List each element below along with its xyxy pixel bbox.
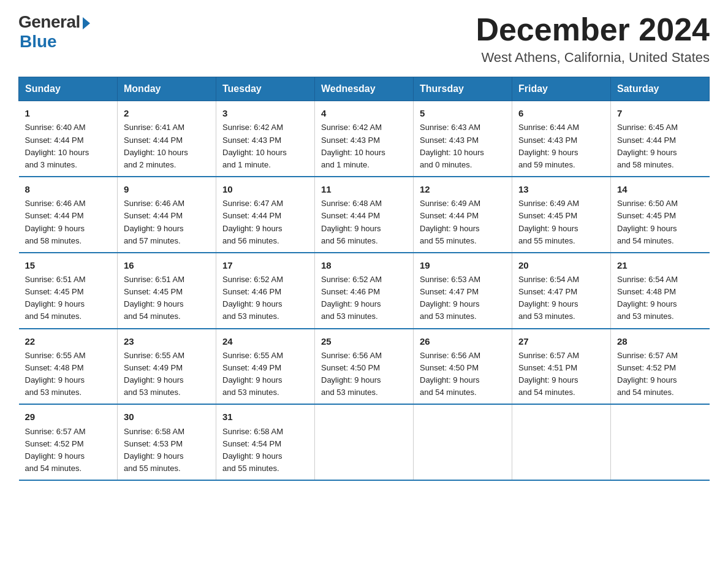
calendar-cell [315,404,414,480]
day-number: 4 [321,106,407,120]
day-info: Sunrise: 6:48 AM Sunset: 4:44 PM Dayligh… [321,197,407,247]
day-number: 23 [124,334,210,348]
calendar-cell: 3Sunrise: 6:42 AM Sunset: 4:43 PM Daylig… [216,101,315,177]
month-title: December 2024 [476,12,710,47]
calendar-table: SundayMondayTuesdayWednesdayThursdayFrid… [18,77,710,481]
day-info: Sunrise: 6:50 AM Sunset: 4:45 PM Dayligh… [617,197,703,247]
day-info: Sunrise: 6:51 AM Sunset: 4:45 PM Dayligh… [124,274,210,323]
day-info: Sunrise: 6:58 AM Sunset: 4:53 PM Dayligh… [124,426,210,475]
day-number: 16 [124,258,210,272]
logo-arrow-icon [83,17,90,29]
day-number: 6 [518,106,604,120]
day-number: 20 [518,258,604,272]
logo-blue-text: Blue [20,32,57,52]
calendar-week-row: 29Sunrise: 6:57 AM Sunset: 4:52 PM Dayli… [19,404,710,480]
calendar-cell: 20Sunrise: 6:54 AM Sunset: 4:47 PM Dayli… [512,253,611,329]
calendar-week-row: 8Sunrise: 6:46 AM Sunset: 4:44 PM Daylig… [19,177,710,253]
calendar-cell: 11Sunrise: 6:48 AM Sunset: 4:44 PM Dayli… [315,177,414,253]
day-number: 19 [420,258,506,272]
calendar-cell: 7Sunrise: 6:45 AM Sunset: 4:44 PM Daylig… [611,101,710,177]
calendar-cell: 5Sunrise: 6:43 AM Sunset: 4:43 PM Daylig… [414,101,512,177]
calendar-cell: 30Sunrise: 6:58 AM Sunset: 4:53 PM Dayli… [118,404,216,480]
day-number: 8 [25,182,112,196]
day-info: Sunrise: 6:41 AM Sunset: 4:44 PM Dayligh… [124,121,210,171]
day-number: 30 [124,410,210,424]
calendar-cell: 27Sunrise: 6:57 AM Sunset: 4:51 PM Dayli… [512,329,611,405]
day-info: Sunrise: 6:45 AM Sunset: 4:44 PM Dayligh… [617,121,703,171]
calendar-cell [512,404,611,480]
page-header: General Blue December 2024 West Athens, … [18,12,710,66]
calendar-week-row: 22Sunrise: 6:55 AM Sunset: 4:48 PM Dayli… [19,329,710,405]
header-tuesday: Tuesday [216,77,315,101]
calendar-cell: 25Sunrise: 6:56 AM Sunset: 4:50 PM Dayli… [315,329,414,405]
day-number: 21 [617,258,703,272]
calendar-cell: 2Sunrise: 6:41 AM Sunset: 4:44 PM Daylig… [118,101,216,177]
day-number: 13 [518,182,604,196]
calendar-cell: 1Sunrise: 6:40 AM Sunset: 4:44 PM Daylig… [19,101,118,177]
day-number: 2 [124,106,210,120]
day-info: Sunrise: 6:42 AM Sunset: 4:43 PM Dayligh… [321,121,407,171]
calendar-cell: 13Sunrise: 6:49 AM Sunset: 4:45 PM Dayli… [512,177,611,253]
header-friday: Friday [512,77,611,101]
calendar-cell: 12Sunrise: 6:49 AM Sunset: 4:44 PM Dayli… [414,177,512,253]
day-number: 15 [25,258,112,272]
calendar-cell: 26Sunrise: 6:56 AM Sunset: 4:50 PM Dayli… [414,329,512,405]
day-info: Sunrise: 6:57 AM Sunset: 4:52 PM Dayligh… [617,350,703,399]
calendar-cell: 9Sunrise: 6:46 AM Sunset: 4:44 PM Daylig… [118,177,216,253]
calendar-cell: 18Sunrise: 6:52 AM Sunset: 4:46 PM Dayli… [315,253,414,329]
calendar-cell: 19Sunrise: 6:53 AM Sunset: 4:47 PM Dayli… [414,253,512,329]
day-info: Sunrise: 6:54 AM Sunset: 4:48 PM Dayligh… [617,274,703,323]
calendar-cell: 31Sunrise: 6:58 AM Sunset: 4:54 PM Dayli… [216,404,315,480]
location-subtitle: West Athens, California, United States [476,50,710,66]
day-number: 26 [420,334,506,348]
day-info: Sunrise: 6:55 AM Sunset: 4:49 PM Dayligh… [124,350,210,399]
calendar-cell: 17Sunrise: 6:52 AM Sunset: 4:46 PM Dayli… [216,253,315,329]
day-info: Sunrise: 6:55 AM Sunset: 4:49 PM Dayligh… [222,350,308,399]
calendar-cell: 6Sunrise: 6:44 AM Sunset: 4:43 PM Daylig… [512,101,611,177]
day-number: 11 [321,182,407,196]
day-number: 28 [617,334,703,348]
title-section: December 2024 West Athens, California, U… [476,12,710,66]
day-info: Sunrise: 6:52 AM Sunset: 4:46 PM Dayligh… [321,274,407,323]
calendar-cell: 24Sunrise: 6:55 AM Sunset: 4:49 PM Dayli… [216,329,315,405]
calendar-cell: 15Sunrise: 6:51 AM Sunset: 4:45 PM Dayli… [19,253,118,329]
day-info: Sunrise: 6:55 AM Sunset: 4:48 PM Dayligh… [25,350,112,399]
calendar-cell: 21Sunrise: 6:54 AM Sunset: 4:48 PM Dayli… [611,253,710,329]
day-number: 22 [25,334,112,348]
day-info: Sunrise: 6:53 AM Sunset: 4:47 PM Dayligh… [420,274,506,323]
calendar-header-row: SundayMondayTuesdayWednesdayThursdayFrid… [19,77,710,101]
calendar-cell: 8Sunrise: 6:46 AM Sunset: 4:44 PM Daylig… [19,177,118,253]
day-number: 12 [420,182,506,196]
day-info: Sunrise: 6:49 AM Sunset: 4:45 PM Dayligh… [518,197,604,247]
day-number: 3 [222,106,308,120]
calendar-cell: 10Sunrise: 6:47 AM Sunset: 4:44 PM Dayli… [216,177,315,253]
calendar-cell: 22Sunrise: 6:55 AM Sunset: 4:48 PM Dayli… [19,329,118,405]
day-info: Sunrise: 6:57 AM Sunset: 4:51 PM Dayligh… [518,350,604,399]
day-number: 17 [222,258,308,272]
day-number: 25 [321,334,407,348]
calendar-week-row: 15Sunrise: 6:51 AM Sunset: 4:45 PM Dayli… [19,253,710,329]
header-wednesday: Wednesday [315,77,414,101]
day-number: 14 [617,182,703,196]
day-info: Sunrise: 6:42 AM Sunset: 4:43 PM Dayligh… [222,121,308,171]
day-number: 10 [222,182,308,196]
day-info: Sunrise: 6:58 AM Sunset: 4:54 PM Dayligh… [222,426,308,475]
day-info: Sunrise: 6:46 AM Sunset: 4:44 PM Dayligh… [25,197,112,247]
day-number: 29 [25,410,112,424]
day-number: 27 [518,334,604,348]
day-info: Sunrise: 6:57 AM Sunset: 4:52 PM Dayligh… [25,426,112,475]
day-number: 24 [222,334,308,348]
calendar-cell: 14Sunrise: 6:50 AM Sunset: 4:45 PM Dayli… [611,177,710,253]
calendar-cell [414,404,512,480]
day-info: Sunrise: 6:51 AM Sunset: 4:45 PM Dayligh… [25,274,112,323]
header-saturday: Saturday [611,77,710,101]
day-info: Sunrise: 6:40 AM Sunset: 4:44 PM Dayligh… [25,121,112,171]
calendar-cell: 4Sunrise: 6:42 AM Sunset: 4:43 PM Daylig… [315,101,414,177]
day-info: Sunrise: 6:54 AM Sunset: 4:47 PM Dayligh… [518,274,604,323]
day-info: Sunrise: 6:49 AM Sunset: 4:44 PM Dayligh… [420,197,506,247]
day-info: Sunrise: 6:46 AM Sunset: 4:44 PM Dayligh… [124,197,210,247]
header-sunday: Sunday [19,77,118,101]
day-number: 7 [617,106,703,120]
day-info: Sunrise: 6:43 AM Sunset: 4:43 PM Dayligh… [420,121,506,171]
day-number: 5 [420,106,506,120]
